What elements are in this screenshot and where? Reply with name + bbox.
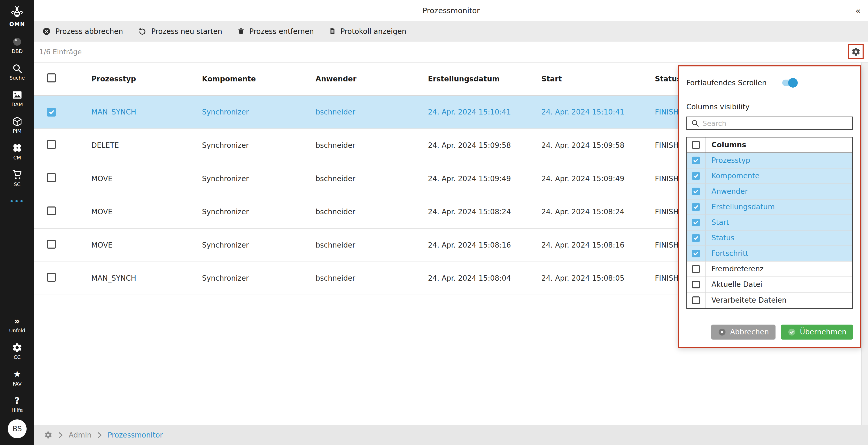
column-label: Start bbox=[711, 218, 729, 227]
column-checkbox[interactable] bbox=[692, 157, 700, 165]
select-all-cell bbox=[687, 138, 706, 152]
columns-visibility-label: Columns visibility bbox=[686, 102, 853, 111]
columns-list: Columns ProzesstypKompomenteAnwenderErst… bbox=[686, 137, 853, 309]
select-all-rows-checkbox[interactable] bbox=[47, 73, 56, 82]
continuous-scroll-row: Fortlaufendes Scrollen bbox=[686, 79, 853, 87]
columns-list-title: Columns bbox=[711, 141, 746, 149]
column-header-start[interactable]: Start bbox=[541, 75, 655, 83]
checkbox-cell bbox=[687, 153, 706, 168]
column-visibility-item[interactable]: Verarbeitete Dateien bbox=[687, 293, 852, 308]
sidebar-item-cc[interactable]: CC bbox=[12, 342, 23, 360]
check-icon bbox=[693, 235, 699, 241]
checkbox-cell bbox=[687, 200, 706, 214]
column-visibility-item[interactable]: Fortschritt bbox=[687, 246, 852, 262]
column-visibility-item[interactable]: Aktuelle Datei bbox=[687, 277, 852, 293]
check-icon bbox=[693, 204, 699, 210]
row-checkbox[interactable] bbox=[47, 140, 56, 149]
sidebar-item-cm[interactable]: CM bbox=[11, 142, 23, 160]
row-checkbox[interactable] bbox=[47, 108, 56, 117]
table-cell: 24. Apr. 2024 15:09:49 bbox=[541, 174, 655, 183]
column-label: Verarbeitete Dateien bbox=[711, 296, 786, 304]
sidebar-item-sc[interactable]: SC bbox=[11, 169, 23, 187]
row-checkbox[interactable] bbox=[47, 173, 56, 182]
table-cell: 24. Apr. 2024 15:10:41 bbox=[428, 108, 541, 116]
apply-button[interactable]: Übernehmen bbox=[781, 325, 853, 339]
check-icon bbox=[693, 251, 699, 256]
column-visibility-item[interactable]: Prozesstyp bbox=[687, 153, 852, 169]
column-checkbox[interactable] bbox=[692, 188, 700, 196]
bee-logo-icon bbox=[9, 3, 25, 21]
table-cell: MOVE bbox=[91, 241, 202, 249]
column-checkbox[interactable] bbox=[692, 249, 700, 257]
column-header-anwender[interactable]: Anwender bbox=[315, 75, 428, 83]
checkbox-cell bbox=[687, 293, 706, 308]
table-cell: bschneider bbox=[315, 274, 428, 283]
column-header-kompomente[interactable]: Kompomente bbox=[202, 75, 315, 83]
column-checkbox[interactable] bbox=[692, 203, 700, 211]
sidebar-item-hilfe[interactable]: ? Hilfe bbox=[11, 395, 23, 413]
table-cell: MOVE bbox=[91, 174, 202, 183]
omn-logo[interactable]: OMN bbox=[9, 3, 25, 27]
checkbox-cell bbox=[687, 277, 706, 292]
column-visibility-item[interactable]: Fremdreferenz bbox=[687, 262, 852, 277]
row-checkbox[interactable] bbox=[47, 273, 56, 282]
sidebar-item-dam[interactable]: DAM bbox=[11, 89, 23, 107]
breadcrumb-item-admin[interactable]: Admin bbox=[69, 431, 92, 439]
sidebar-item-pim[interactable]: PIM bbox=[11, 116, 23, 134]
avatar[interactable]: BS bbox=[8, 419, 27, 438]
column-visibility-item[interactable]: Start bbox=[687, 215, 852, 231]
table-cell: bschneider bbox=[315, 174, 428, 183]
column-visibility-item[interactable]: Status bbox=[687, 231, 852, 246]
package-icon bbox=[11, 116, 23, 127]
table-cell: 24. Apr. 2024 15:08:04 bbox=[428, 274, 541, 283]
show-log-button[interactable]: Protokoll anzeigen bbox=[329, 27, 406, 36]
column-checkbox[interactable] bbox=[692, 219, 700, 226]
columns-list-header[interactable]: Columns bbox=[687, 138, 852, 153]
select-all-columns-checkbox[interactable] bbox=[692, 141, 700, 149]
column-settings-button[interactable] bbox=[848, 44, 864, 59]
search-icon bbox=[691, 119, 699, 127]
column-visibility-item[interactable]: Erstellungsdatum bbox=[687, 200, 852, 215]
cancel-button[interactable]: Abbrechen bbox=[711, 325, 776, 339]
sidebar-item-suche[interactable]: Suche bbox=[9, 63, 25, 81]
sidebar-item-fav[interactable]: ★ FAV bbox=[13, 368, 22, 386]
column-header-prozesstyp[interactable]: Prozesstyp bbox=[91, 75, 202, 83]
table-cell: MAN_SYNCH bbox=[91, 274, 202, 283]
table-cell: MOVE bbox=[91, 208, 202, 216]
column-visibility-item[interactable]: Kompomente bbox=[687, 169, 852, 184]
columns-search-box bbox=[686, 117, 853, 130]
column-checkbox[interactable] bbox=[692, 265, 700, 273]
sidebar-item-more[interactable]: ••• bbox=[9, 196, 25, 207]
table-cell: 24. Apr. 2024 15:09:58 bbox=[541, 141, 655, 150]
table-cell: 24. Apr. 2024 15:08:05 bbox=[541, 274, 655, 283]
breadcrumb-item-prozessmonitor[interactable]: Prozessmonitor bbox=[108, 431, 163, 439]
column-checkbox[interactable] bbox=[692, 280, 700, 288]
row-checkbox[interactable] bbox=[47, 206, 56, 215]
table-cell: 24. Apr. 2024 15:08:24 bbox=[541, 208, 655, 216]
vertical-scrollbar[interactable] bbox=[861, 63, 868, 425]
column-header-erstellungsdatum[interactable]: Erstellungsdatum bbox=[428, 75, 541, 83]
column-checkbox[interactable] bbox=[692, 234, 700, 242]
collapse-panel-icon[interactable]: « bbox=[855, 6, 861, 15]
continuous-scroll-toggle[interactable] bbox=[782, 80, 797, 86]
remove-process-button[interactable]: Prozess entfernen bbox=[237, 27, 314, 36]
table-cell: 24. Apr. 2024 15:10:41 bbox=[541, 108, 655, 116]
columns-search-input[interactable] bbox=[703, 119, 848, 127]
sidebar-item-dbd[interactable]: DBD bbox=[11, 36, 23, 54]
table-cell: Synchronizer bbox=[202, 241, 315, 249]
row-checkbox[interactable] bbox=[47, 240, 56, 248]
logo-label: OMN bbox=[9, 21, 25, 27]
column-visibility-item[interactable]: Anwender bbox=[687, 184, 852, 200]
column-label: Kompomente bbox=[711, 172, 760, 180]
gear-icon[interactable] bbox=[44, 431, 53, 439]
column-checkbox[interactable] bbox=[692, 172, 700, 180]
table-cell: DELETE bbox=[91, 141, 202, 150]
checkbox-cell bbox=[687, 231, 706, 245]
cancel-process-button[interactable]: Prozess abbrechen bbox=[42, 27, 123, 36]
restart-process-button[interactable]: Prozess neu starten bbox=[138, 27, 222, 36]
column-checkbox[interactable] bbox=[692, 296, 700, 304]
check-icon bbox=[49, 109, 54, 115]
sidebar-item-unfold[interactable]: » Unfold bbox=[9, 316, 25, 333]
table-cell: Synchronizer bbox=[202, 141, 315, 150]
check-icon bbox=[693, 220, 699, 225]
